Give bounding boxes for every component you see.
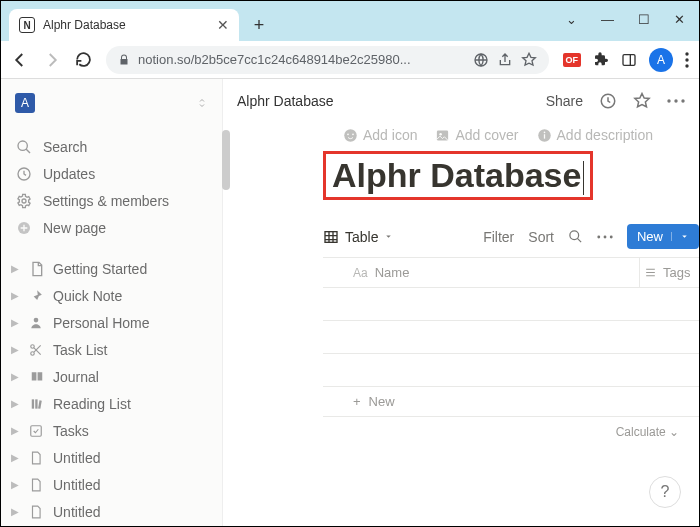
gear-icon [15, 193, 33, 209]
browser-tab[interactable]: N Alphr Database ✕ [9, 9, 239, 41]
svg-point-3 [685, 58, 688, 61]
app-content: A Search Updates Settings & members New … [1, 79, 699, 526]
translate-icon[interactable] [473, 52, 489, 68]
minimize-icon[interactable]: — [601, 12, 614, 27]
table-row[interactable] [323, 354, 699, 387]
browser-menu-icon[interactable] [685, 52, 689, 68]
breadcrumb[interactable]: Alphr Database [237, 93, 334, 109]
sidebar-page-reading-list[interactable]: ▶Reading List [5, 390, 218, 417]
sidebar-page-getting-started[interactable]: ▶Getting Started [5, 255, 218, 282]
chevron-right-icon[interactable]: ▶ [11, 398, 25, 409]
chevron-right-icon[interactable]: ▶ [11, 344, 25, 355]
bookmark-icon[interactable] [521, 52, 537, 68]
workspace-badge: A [15, 93, 35, 113]
new-row-button[interactable]: +New [323, 387, 699, 417]
chevron-right-icon[interactable]: ▶ [11, 479, 25, 490]
svg-point-9 [34, 317, 39, 322]
svg-point-11 [31, 351, 35, 355]
sidebar-page-untitled[interactable]: ▶Untitled [5, 444, 218, 471]
column-tags[interactable]: Tags [639, 258, 699, 287]
plus-icon: + [353, 394, 361, 409]
page-meta-row: Add icon Add cover Add description [323, 123, 699, 151]
chevron-right-icon[interactable]: ▶ [11, 425, 25, 436]
sidebar-page-tasks[interactable]: ▶Tasks [5, 417, 218, 444]
close-window-icon[interactable]: ✕ [674, 12, 685, 27]
share-button[interactable]: Share [546, 93, 583, 109]
table-row[interactable] [323, 321, 699, 354]
chevron-right-icon[interactable]: ▶ [11, 506, 25, 517]
reload-button[interactable] [75, 51, 92, 68]
chevron-right-icon[interactable]: ▶ [11, 452, 25, 463]
svg-point-21 [347, 133, 349, 135]
sidebar-updates[interactable]: Updates [5, 160, 218, 187]
calculate-button[interactable]: Calculate ⌄ [323, 417, 699, 439]
sidebar-page-task-list[interactable]: ▶Task List [5, 336, 218, 363]
url-text: notion.so/b2b5ce7cc1c24c648914be2c25980.… [138, 52, 465, 67]
extensions-icon[interactable] [593, 52, 609, 68]
new-button[interactable]: New [627, 224, 699, 249]
sidebar-page-quick-note[interactable]: ▶Quick Note [5, 282, 218, 309]
svg-point-22 [352, 133, 354, 135]
sidebar-item-label: Search [43, 139, 87, 155]
chevron-right-icon[interactable]: ▶ [11, 317, 25, 328]
doc-icon [29, 261, 49, 277]
updates-icon[interactable] [599, 92, 617, 110]
sidebar-page-untitled[interactable]: ▶Untitled [5, 498, 218, 525]
sidebar-page-untitled[interactable]: ▶Untitled [5, 471, 218, 498]
extension-of-badge[interactable]: OF [563, 53, 582, 67]
sidebar-settings[interactable]: Settings & members [5, 187, 218, 214]
filter-button[interactable]: Filter [483, 229, 514, 245]
chevron-right-icon[interactable]: ▶ [11, 263, 25, 274]
tab-close-icon[interactable]: ✕ [217, 17, 229, 33]
new-tab-button[interactable]: + [245, 11, 273, 39]
sidebar-page-journal[interactable]: ▶Journal [5, 363, 218, 390]
svg-point-29 [570, 231, 579, 240]
search-db-icon[interactable] [568, 229, 583, 244]
sidebar-page-label: Tasks [53, 423, 89, 439]
svg-point-32 [610, 235, 613, 238]
svg-rect-14 [38, 400, 42, 408]
maximize-icon[interactable]: ☐ [638, 12, 650, 27]
view-switcher[interactable]: Table [323, 229, 393, 245]
text-cursor [583, 161, 584, 195]
chevron-down-icon[interactable]: ⌄ [566, 12, 577, 27]
svg-point-17 [667, 99, 670, 102]
share-url-icon[interactable] [497, 52, 513, 68]
database-header: AaName Tags [323, 258, 699, 288]
sidebar-item-label: Settings & members [43, 193, 169, 209]
svg-point-18 [674, 99, 677, 102]
svg-point-4 [685, 64, 688, 67]
main-area: Alphr Database Share Add icon Add cover … [223, 79, 699, 526]
expand-icon [196, 97, 208, 109]
browser-titlebar: N Alphr Database ✕ + ⌄ — ☐ ✕ [1, 1, 699, 41]
table-row[interactable] [323, 288, 699, 321]
url-bar[interactable]: notion.so/b2b5ce7cc1c24c648914be2c25980.… [106, 46, 549, 74]
sidebar-page-personal-home[interactable]: ▶Personal Home [5, 309, 218, 336]
workspace-switcher[interactable]: A [5, 87, 218, 119]
page-title-wrap[interactable]: Alphr Database [323, 151, 699, 200]
new-dropdown-icon[interactable] [671, 232, 689, 241]
chevron-right-icon[interactable]: ▶ [11, 290, 25, 301]
add-icon-button[interactable]: Add icon [343, 127, 417, 143]
forward-button[interactable] [43, 51, 61, 69]
sidepanel-icon[interactable] [621, 52, 637, 68]
db-more-icon[interactable] [597, 235, 613, 239]
column-name[interactable]: AaName [323, 258, 639, 287]
page-menu-icon[interactable] [667, 99, 685, 103]
favorite-icon[interactable] [633, 92, 651, 110]
chevron-right-icon[interactable]: ▶ [11, 371, 25, 382]
back-button[interactable] [11, 51, 29, 69]
page-icon [29, 505, 49, 519]
add-description-button[interactable]: Add description [537, 127, 654, 143]
profile-avatar[interactable]: A [649, 48, 673, 72]
sidebar-search[interactable]: Search [5, 133, 218, 160]
add-cover-button[interactable]: Add cover [435, 127, 518, 143]
sidebar-item-label: New page [43, 220, 106, 236]
sidebar-page-label: Journal [53, 369, 99, 385]
browser-toolbar: notion.so/b2b5ce7cc1c24c648914be2c25980.… [1, 41, 699, 79]
sort-button[interactable]: Sort [528, 229, 554, 245]
help-button[interactable]: ? [649, 476, 681, 508]
sidebar: A Search Updates Settings & members New … [1, 79, 223, 526]
page-icon [29, 478, 49, 492]
sidebar-new-page[interactable]: New page [5, 214, 218, 241]
